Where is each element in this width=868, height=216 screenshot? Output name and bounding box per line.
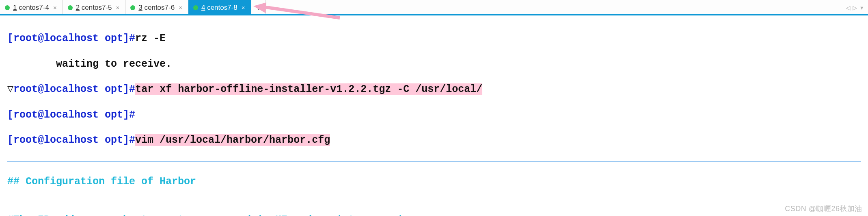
- triangle-icon: ▽: [7, 83, 13, 95]
- tab-label: 2 centos7-5: [76, 4, 112, 12]
- close-icon[interactable]: ×: [242, 4, 245, 11]
- tab-label: 3 centos7-6: [138, 4, 175, 12]
- command-text: vim /usr/local/harbor/harbor.cfg: [135, 134, 330, 146]
- status-dot-icon: [5, 5, 10, 10]
- status-dot-icon: [130, 5, 135, 10]
- config-comment: ## Configuration file of Harbor: [7, 175, 861, 188]
- close-icon[interactable]: ×: [179, 4, 182, 11]
- tab-centos7-5[interactable]: 2 centos7-5 ×: [63, 0, 126, 15]
- nav-left-icon[interactable]: ◁: [846, 3, 850, 12]
- tab-centos7-4[interactable]: 1 centos7-4 ×: [0, 0, 63, 15]
- tabbar-spacer: [266, 0, 846, 15]
- command-text: rz -E: [135, 33, 166, 44]
- tab-bar: 1 centos7-4 × 2 centos7-5 × 3 centos7-6 …: [0, 0, 868, 15]
- terminal-output: [root@localhost opt]#rz -E waiting to re…: [0, 15, 868, 216]
- command-text: tar xf harbor-offline-installer-v1.2.2.t…: [135, 83, 482, 95]
- watermark: CSDN @咖喱26秋加油: [785, 204, 862, 214]
- status-dot-icon: [68, 5, 73, 10]
- nav-right-icon[interactable]: ▷: [853, 3, 857, 12]
- term-line: ▽root@localhost opt]#tar xf harbor-offli…: [7, 83, 861, 96]
- tab-centos7-8[interactable]: 4 centos7-8 ×: [188, 0, 251, 15]
- shell-prompt: [root@localhost opt]#: [7, 33, 135, 44]
- close-icon[interactable]: ×: [53, 4, 57, 11]
- tab-nav: ◁ ▷ ▾: [846, 0, 868, 15]
- new-tab-button[interactable]: +: [251, 0, 266, 15]
- term-line: [root@localhost opt]#: [7, 109, 861, 121]
- term-line: waiting to receive.: [7, 58, 861, 70]
- shell-prompt: [root@localhost opt]#: [7, 134, 135, 146]
- close-icon[interactable]: ×: [116, 4, 120, 11]
- config-comment: #The IP address or hostname to access ad…: [7, 214, 861, 216]
- shell-prompt: [root@localhost opt]#: [7, 109, 135, 121]
- separator: [7, 161, 861, 162]
- tab-centos7-6[interactable]: 3 centos7-6 ×: [125, 0, 188, 15]
- term-line: [root@localhost opt]#rz -E: [7, 32, 861, 45]
- nav-menu-icon[interactable]: ▾: [859, 3, 864, 12]
- status-dot-icon: [193, 5, 198, 10]
- tab-label: 1 centos7-4: [13, 4, 49, 12]
- shell-prompt: root@localhost opt]#: [13, 83, 135, 95]
- term-line: [root@localhost opt]#vim /usr/local/harb…: [7, 134, 861, 146]
- tab-label: 4 centos7-8: [201, 4, 238, 12]
